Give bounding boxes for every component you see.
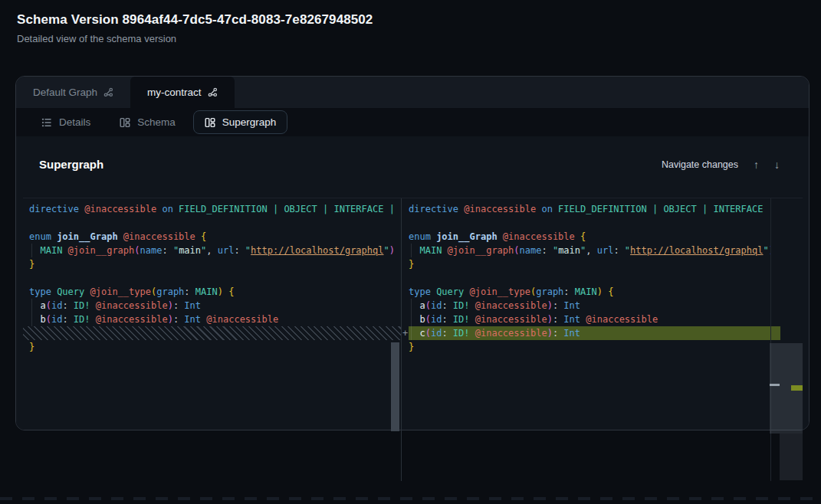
subtab-label: Supergraph <box>222 116 277 128</box>
code-token: ( <box>425 314 431 325</box>
tab-schema[interactable]: Schema <box>108 110 187 134</box>
code-token: ) <box>218 286 223 297</box>
fork-icon <box>208 87 218 97</box>
code-token: OBJECT <box>284 204 317 214</box>
navigate-changes-label: Navigate changes <box>662 159 738 170</box>
code-token: OBJECT <box>663 204 696 214</box>
code-token: { <box>608 286 613 297</box>
code-token: : <box>442 300 452 311</box>
code-line: b(id: ID! @inaccessible): Int @inaccessi… <box>409 313 770 326</box>
code-token: @inaccessible <box>84 204 156 214</box>
code-token <box>29 245 40 256</box>
code-token <box>409 314 419 325</box>
diff-modified-pane[interactable]: directive @inaccessible on FIELD_DEFINIT… <box>402 198 770 481</box>
code-token <box>409 328 419 339</box>
code-token: INTERFACE <box>333 204 383 214</box>
code-token: a <box>419 300 425 311</box>
tab-details[interactable]: Details <box>30 110 102 134</box>
code-token <box>29 314 40 325</box>
code-token: } <box>29 259 34 270</box>
code-token: ID! <box>453 314 470 325</box>
navigate-previous-change-button[interactable]: ↑ <box>754 159 759 171</box>
code-token <box>442 245 447 256</box>
tab-my-contract[interactable]: my-contract <box>130 77 235 108</box>
code-token: " <box>383 245 389 256</box>
code-token: | <box>317 204 334 214</box>
code-token: { <box>580 231 586 242</box>
code-token: : <box>442 314 452 325</box>
code-token: on <box>162 204 172 214</box>
code-token: | <box>763 204 770 214</box>
code-token <box>195 231 201 242</box>
scrollbar-position-marker <box>770 384 780 386</box>
code-token: id <box>51 314 62 325</box>
panel-header: Supergraph Navigate changes ↑ ↓ <box>16 136 809 171</box>
code-token: ID! <box>453 300 470 311</box>
code-line: a(id: ID! @inaccessible): Int <box>29 299 401 313</box>
code-token: ( <box>134 245 140 256</box>
code-token: : <box>62 314 73 325</box>
code-token: graph <box>156 286 184 297</box>
code-token: Int <box>184 300 201 311</box>
code-token: @join__type <box>90 286 151 297</box>
code-token: | <box>268 204 284 214</box>
code-token: ) <box>547 314 553 325</box>
code-token: @inaccessible <box>206 314 278 325</box>
code-token: ( <box>425 328 431 339</box>
code-token: @inaccessible <box>123 231 195 242</box>
code-token: ) <box>168 300 173 311</box>
graph-tab-strip: Default Graph my-contract <box>16 77 809 108</box>
code-token: type <box>409 286 431 297</box>
code-token: ) <box>597 286 603 297</box>
code-token: directive <box>29 204 79 214</box>
code-token: url <box>218 245 235 256</box>
left-vertical-scrollbar[interactable] <box>391 342 399 431</box>
navigate-changes: Navigate changes ↑ ↓ <box>662 159 780 171</box>
tab-default-graph[interactable]: Default Graph <box>16 77 130 108</box>
code-token: name <box>520 245 542 256</box>
code-token: MAIN <box>40 245 62 256</box>
code-line: } <box>409 340 770 354</box>
code-token: : <box>234 245 245 256</box>
code-token: @join__type <box>470 286 530 297</box>
code-token: | <box>383 204 394 214</box>
code-token: Int <box>563 314 580 325</box>
code-token <box>90 314 96 325</box>
tab-supergraph[interactable]: Supergraph <box>193 110 288 134</box>
code-token: @inaccessible <box>475 300 547 311</box>
code-token: ( <box>514 245 519 256</box>
right-scrollbar-viewport-overlay-lower[interactable] <box>780 434 803 480</box>
code-token <box>29 300 40 311</box>
code-token <box>470 300 475 311</box>
subtab-label: Details <box>59 116 90 128</box>
list-icon <box>41 117 52 128</box>
code-line: directive @inaccessible on FIELD_DEFINIT… <box>409 202 770 216</box>
code-token: graph <box>536 286 563 297</box>
code-token: enum <box>409 231 431 242</box>
code-token <box>470 314 475 325</box>
code-token: type <box>29 286 51 297</box>
code-line: a(id: ID! @inaccessible): Int <box>409 299 770 313</box>
added-line-marker: + <box>401 326 409 340</box>
code-token: : <box>173 314 184 325</box>
code-line: enum join__Graph @inaccessible { <box>29 230 401 244</box>
code-line: type Query @join__type(graph: MAIN) { <box>409 285 770 299</box>
code-token: : <box>563 286 574 297</box>
overview-added-change-marker <box>791 385 803 391</box>
code-token: Query <box>57 286 84 297</box>
code-line <box>409 271 770 285</box>
code-token: ( <box>425 300 431 311</box>
tab-label: my-contract <box>147 87 202 98</box>
code-line: MAIN @join__graph(name: "main", url: "ht… <box>29 244 401 257</box>
code-token: main <box>558 245 580 256</box>
code-token: : <box>553 300 563 311</box>
panels-icon <box>120 117 130 128</box>
code-token: Query <box>436 286 464 297</box>
code-token: : <box>162 245 172 256</box>
navigate-next-change-button[interactable]: ↓ <box>774 159 780 171</box>
code-token: FIELD_DEFINITION <box>179 204 268 214</box>
diff-original-pane[interactable]: directive @inaccessible on FIELD_DEFINIT… <box>23 198 401 481</box>
code-token: : <box>613 245 624 256</box>
code-token: ) <box>389 245 395 256</box>
added-code-line: c(id: ID! @inaccessible): Int <box>409 326 770 340</box>
